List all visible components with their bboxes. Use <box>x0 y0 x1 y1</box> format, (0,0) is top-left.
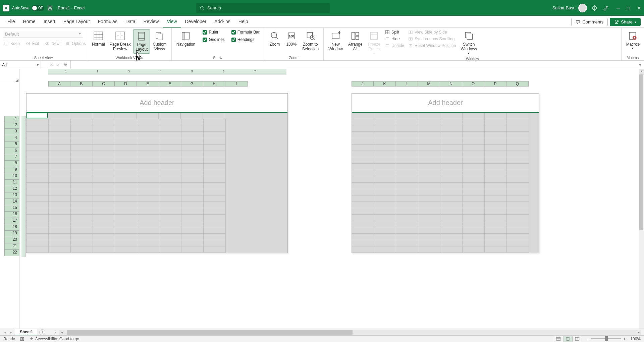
navigation-button[interactable]: Navigation <box>174 29 198 48</box>
formula-bar-checkbox[interactable]: Formula Bar <box>230 29 261 35</box>
coming-soon-icon[interactable] <box>602 5 608 11</box>
custom-views-icon <box>155 31 165 41</box>
svg-rect-47 <box>386 38 389 40</box>
share-button[interactable]: Share ▾ <box>610 18 641 26</box>
excel-icon: X <box>3 5 9 11</box>
autosave-state: Off <box>38 6 43 10</box>
switch-windows-icon <box>464 31 474 41</box>
svg-rect-22 <box>139 32 145 40</box>
tab-add-ins[interactable]: Add-ins <box>210 16 234 27</box>
zoom-icon <box>270 31 279 41</box>
search-placeholder: Search <box>207 5 221 10</box>
tab-formulas[interactable]: Formulas <box>94 16 121 27</box>
svg-point-3 <box>200 6 203 9</box>
macros-button[interactable]: Macros▾ <box>624 29 641 52</box>
svg-rect-49 <box>409 31 411 34</box>
close-button[interactable]: ✕ <box>637 5 641 11</box>
tab-view[interactable]: View <box>163 16 181 27</box>
split-button[interactable]: Split <box>384 29 406 35</box>
tab-developer[interactable]: Developer <box>181 16 211 27</box>
tab-insert[interactable]: Insert <box>40 16 59 27</box>
sheet-view-select[interactable]: Default ▾ <box>3 30 83 38</box>
tab-review[interactable]: Review <box>140 16 163 27</box>
svg-rect-38 <box>352 33 355 40</box>
unhide-button: Unhide <box>384 43 406 49</box>
svg-rect-39 <box>356 33 359 36</box>
svg-line-35 <box>313 39 315 40</box>
cancel-formula-icon[interactable]: ✕ <box>50 62 53 67</box>
zoom-button[interactable]: Zoom <box>267 29 283 48</box>
page-break-preview-button[interactable]: Page Break Preview <box>108 29 133 53</box>
user-account[interactable]: Saikat Basu <box>552 4 587 12</box>
arrange-icon <box>351 31 360 41</box>
sync-scroll-button: Synchronous Scrolling <box>407 36 457 42</box>
share-label: Share <box>621 19 633 24</box>
svg-rect-58 <box>634 37 636 39</box>
formula-bar-row: A1 ▾ ✕ ✓ fx ▾ <box>0 61 644 69</box>
unhide-icon <box>385 43 390 48</box>
svg-rect-6 <box>576 20 580 23</box>
arrange-all-button[interactable]: Arrange All <box>346 29 365 53</box>
chevron-down-icon[interactable]: ▾ <box>37 63 39 67</box>
ruler-checkbox[interactable]: Ruler <box>201 29 226 35</box>
save-icon <box>4 41 9 46</box>
tab-file[interactable]: File <box>3 16 19 27</box>
freeze-panes-button[interactable]: Freeze Panes▾ <box>366 29 382 57</box>
tab-data[interactable]: Data <box>121 16 140 27</box>
macros-group-label: Macros <box>624 56 641 60</box>
sheet-view-placeholder: Default <box>5 32 19 37</box>
headings-checkbox[interactable]: Headings <box>230 37 261 43</box>
expand-formula-bar[interactable]: ▾ <box>636 62 644 67</box>
zoom-selection-icon <box>306 31 315 41</box>
diamond-icon[interactable] <box>592 5 598 11</box>
search-box[interactable]: Search <box>196 3 330 13</box>
ribbon: Default ▾ Keep Exit New Options Sheet Vi… <box>0 28 644 61</box>
name-box-value: A1 <box>2 62 7 67</box>
exit-icon <box>26 41 31 46</box>
zoom-100-button[interactable]: 100100% <box>283 29 300 48</box>
formula-input[interactable] <box>71 61 636 69</box>
gridlines-checkbox[interactable]: Gridlines <box>201 37 226 43</box>
hide-button[interactable]: Hide <box>384 36 406 42</box>
grid-icon <box>93 31 103 41</box>
new-window-button[interactable]: +New Window <box>326 29 345 53</box>
switch-windows-button[interactable]: Switch Windows▾ <box>459 29 479 57</box>
maximize-button[interactable]: ◻ <box>627 5 631 11</box>
collapse-ribbon-button[interactable] <box>637 42 641 47</box>
minimize-button[interactable]: ─ <box>616 5 620 11</box>
svg-text:+: + <box>338 31 340 35</box>
zoom-group-label: Zoom <box>267 56 321 60</box>
search-icon <box>200 6 205 10</box>
svg-rect-41 <box>371 33 378 40</box>
svg-line-4 <box>203 8 204 9</box>
zoom-100-icon: 100 <box>287 31 296 41</box>
exit-button: Exit <box>24 41 40 47</box>
new-window-icon: + <box>331 31 340 41</box>
save-icon[interactable] <box>47 5 53 11</box>
tab-page-layout[interactable]: Page Layout <box>59 16 94 27</box>
svg-rect-2 <box>49 8 51 10</box>
view-side-by-side-button: View Side by Side <box>407 29 457 35</box>
svg-point-10 <box>47 43 48 44</box>
comments-button[interactable]: Comments <box>571 18 608 26</box>
zoom-to-selection-button[interactable]: Zoom to Selection <box>300 29 321 53</box>
fx-icon[interactable]: fx <box>64 62 67 67</box>
autosave-toggle[interactable]: AutoSave Off <box>12 5 44 11</box>
options-button: Options <box>64 41 87 47</box>
enter-formula-icon[interactable]: ✓ <box>57 62 60 67</box>
page-layout-button[interactable]: Page Layout <box>133 29 150 54</box>
tab-help[interactable]: Help <box>234 16 252 27</box>
name-box[interactable]: A1 ▾ <box>0 61 41 69</box>
custom-views-button[interactable]: Custom Views <box>151 29 168 53</box>
normal-view-button[interactable]: Normal <box>90 29 107 48</box>
chevron-down-icon <box>637 42 641 47</box>
svg-rect-40 <box>356 36 359 39</box>
reset-window-position-button: Reset Window Position <box>407 43 457 49</box>
tab-home[interactable]: Home <box>19 16 40 27</box>
comments-label: Comments <box>582 19 603 24</box>
svg-rect-26 <box>158 34 163 40</box>
svg-point-9 <box>46 43 49 45</box>
side-by-side-icon <box>408 30 413 35</box>
svg-rect-1 <box>49 6 51 7</box>
title-bar: X AutoSave Off Book1 - Excel Search Saik… <box>0 0 644 16</box>
